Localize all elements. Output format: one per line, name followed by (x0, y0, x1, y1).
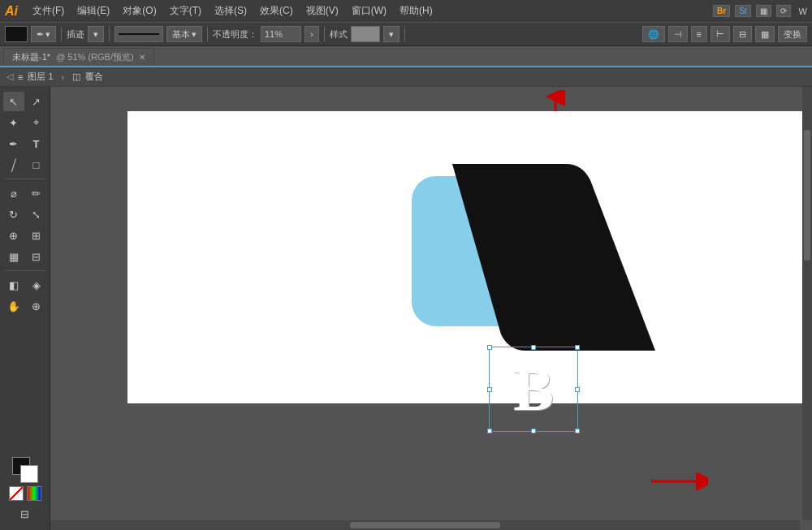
menu-effect[interactable]: 效果(C) (253, 2, 300, 19)
grid-icon[interactable]: ▦ (756, 5, 771, 17)
align-right-btn[interactable]: ⊢ (710, 26, 730, 42)
black-diagonal-shape (404, 156, 672, 367)
horizontal-scroll-thumb[interactable] (350, 522, 500, 528)
menu-select[interactable]: 选择(S) (208, 2, 253, 19)
background-color[interactable] (20, 465, 38, 483)
brush-dropdown-icon: ▾ (45, 29, 50, 40)
vertical-scrollbar[interactable] (802, 87, 812, 520)
shape-tool[interactable]: □ (26, 155, 47, 175)
layer-separator: › (62, 72, 65, 82)
handle-middle-right[interactable] (575, 387, 580, 392)
horizontal-scrollbar[interactable] (50, 520, 800, 530)
tab-bar: 未标题-1* @ 51% (RGB/预览) ✕ (0, 46, 812, 67)
handle-top-right[interactable] (575, 345, 580, 350)
main-area: ↖ ↗ ✦ ⌖ ✒ T ╲ □ ⌀ ✏ ↻ ⤡ ⊕ ⊞ ▦ ⊟ (0, 87, 812, 530)
vertical-scroll-thumb[interactable] (804, 130, 810, 260)
globe-icon-btn[interactable]: 🌐 (642, 26, 665, 42)
align-center-btn[interactable]: ≡ (691, 26, 707, 42)
style-swatch[interactable] (351, 26, 380, 42)
tool-row-bottom: ⊟ (15, 504, 36, 524)
artboard: B (127, 111, 812, 403)
toolbar-separator-1 (61, 27, 62, 41)
stock-icon[interactable]: St (735, 5, 750, 17)
handle-top-center[interactable] (531, 345, 536, 350)
mesh-tool[interactable]: ⊞ (26, 226, 47, 245)
menu-edit[interactable]: 编辑(E) (71, 2, 116, 19)
tab-title-text: 未标题-1* (12, 52, 50, 62)
opacity-input[interactable] (261, 26, 301, 42)
tool-row-3: ✒ T (3, 134, 47, 153)
tool-separator-1 (5, 179, 45, 179)
menu-object[interactable]: 对象(O) (116, 2, 162, 19)
pencil-tool[interactable]: ✏ (26, 183, 47, 203)
paintbrush-tool[interactable]: ⌀ (3, 183, 24, 203)
fill-color-box[interactable] (5, 26, 28, 42)
tool-row-9: ◧ ◈ (3, 275, 47, 295)
swatch-small-row (9, 486, 41, 501)
swatch-stack[interactable] (12, 457, 38, 483)
stroke-preview (114, 26, 163, 42)
opacity-increase[interactable]: › (304, 26, 319, 42)
menu-view[interactable]: 视图(V) (300, 2, 345, 19)
selection-tool[interactable]: ↖ (3, 92, 24, 111)
slice-tool[interactable]: ⊟ (26, 247, 47, 266)
canvas-area[interactable]: B (50, 87, 812, 530)
screen-mode-btn[interactable]: ⊟ (15, 504, 36, 524)
blend-tool[interactable]: ⊕ (3, 226, 24, 245)
align-left-btn[interactable]: ⊣ (668, 26, 688, 42)
b-letter-text: B (490, 347, 577, 431)
chart-tool[interactable]: ▦ (3, 247, 24, 266)
arrow-right-indicator (651, 472, 708, 494)
insert-label: 插迹 (67, 28, 84, 41)
lasso-tool[interactable]: ⌖ (26, 113, 47, 132)
line-tool[interactable]: ╲ (0, 150, 28, 179)
style-dropdown[interactable]: ▾ (383, 26, 400, 42)
menu-window[interactable]: 窗口(W) (345, 2, 393, 19)
none-swatch[interactable] (9, 486, 24, 501)
toolbar-separator-5 (404, 27, 405, 41)
gradient-tool[interactable]: ◧ (3, 275, 24, 295)
stroke-label-btn[interactable]: 基本 ▾ (166, 26, 202, 42)
rotate-tool[interactable]: ↻ (3, 205, 24, 224)
distribute-btn[interactable]: ⊟ (733, 26, 752, 42)
toolbar-separator-3 (207, 27, 208, 41)
tool-row-2: ✦ ⌖ (3, 113, 47, 132)
secondary-toolbar: ✒ ▾ 插迹 ▾ 基本 ▾ 不透明度： › 样式 ▾ 🌐 ⊣ ≡ ⊢ ⊟ ▦ 变… (0, 22, 812, 46)
menu-file[interactable]: 文件(F) (26, 2, 71, 19)
bridge-icon[interactable]: Br (713, 5, 730, 17)
tool-row-10: ✋ ⊕ (3, 296, 47, 316)
merge-label: 覆合 (85, 71, 103, 83)
eyedropper-tool[interactable]: ◈ (26, 275, 47, 295)
right-toolbar-icons: 🌐 ⊣ ≡ ⊢ ⊟ ▦ 变换 (642, 26, 807, 42)
b-letter-selection[interactable]: B (489, 347, 578, 432)
layer-bar: ◁ ≡ 图层 1 › ◫ 覆合 (0, 67, 812, 87)
magic-wand-tool[interactable]: ✦ (3, 113, 24, 132)
insert-dropdown[interactable]: ▾ (88, 26, 104, 42)
handle-bottom-center[interactable] (531, 429, 536, 433)
tab-close-btn[interactable]: ✕ (139, 53, 145, 62)
direct-selection-tool[interactable]: ↗ (26, 92, 47, 111)
brush-options-btn[interactable]: ✒ ▾ (31, 26, 56, 42)
menu-text[interactable]: 文字(T) (163, 2, 208, 19)
layer-back-icon[interactable]: ◁ (6, 71, 13, 82)
zoom-tool[interactable]: ⊕ (26, 296, 47, 316)
layer-name: 图层 1 (28, 71, 53, 83)
tool-row-1: ↖ ↗ (3, 92, 47, 111)
active-tab[interactable]: 未标题-1* @ 51% (RGB/预览) ✕ (3, 48, 154, 66)
menu-right-icons: Br St ▦ ⟳ W (713, 5, 807, 17)
chart2-btn[interactable]: ▦ (755, 26, 775, 42)
scale-tool[interactable]: ⤡ (26, 205, 47, 224)
transform-btn[interactable]: 变换 (778, 26, 807, 42)
hand-tool[interactable]: ✋ (3, 296, 24, 316)
handle-bottom-left[interactable] (487, 429, 492, 433)
handle-middle-left[interactable] (487, 387, 492, 392)
stroke-label: 基本 (172, 28, 190, 41)
menu-help[interactable]: 帮助(H) (393, 2, 439, 19)
canvas-content: B (127, 111, 812, 403)
handle-bottom-right[interactable] (575, 429, 580, 433)
sync-icon[interactable]: ⟳ (776, 5, 791, 17)
tool-row-4: ╲ □ (3, 155, 47, 175)
text-tool[interactable]: T (26, 134, 47, 153)
color-swatch[interactable] (27, 486, 41, 501)
handle-top-left[interactable] (487, 345, 492, 350)
